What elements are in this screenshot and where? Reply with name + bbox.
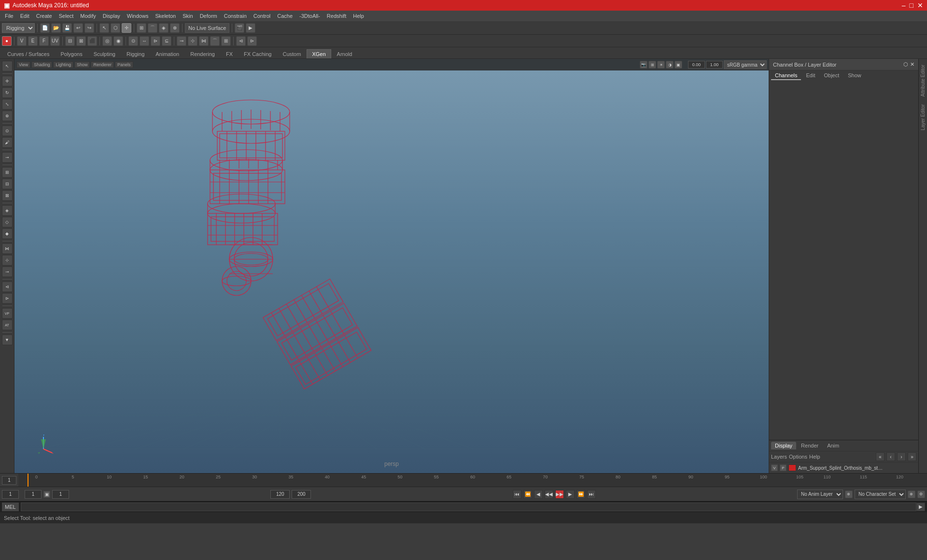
layer-layers-menu[interactable]: Layers (771, 454, 787, 460)
menu-help[interactable]: Help (350, 12, 367, 20)
transform-tool[interactable]: ↖ (2, 61, 13, 71)
cluster-tool[interactable]: ⋈ (199, 36, 209, 46)
layer-prev-btn[interactable]: ‹ (886, 452, 895, 461)
snap-curve[interactable]: ⌒ (148, 23, 157, 33)
tool5[interactable]: ◇ (2, 217, 13, 227)
vertex-mode[interactable]: V (17, 36, 27, 46)
pole-btn[interactable]: ⊳ (247, 36, 257, 46)
snap-surface[interactable]: ⊕ (170, 23, 180, 33)
menu-redshift[interactable]: Redshift (324, 12, 349, 20)
uv-mode[interactable]: UV (50, 36, 60, 46)
vp-shadow[interactable]: ◑ (666, 61, 674, 69)
no-anim-layer-dropdown[interactable]: No Anim Layer (797, 490, 843, 499)
select-tool[interactable]: ↖ (99, 23, 109, 33)
expand-btn[interactable]: ▼ (2, 335, 13, 345)
menu-skin[interactable]: Skin (180, 12, 196, 20)
constraint-btn[interactable]: ⊲ (236, 36, 246, 46)
move-tool-left[interactable]: ✛ (2, 76, 13, 86)
tool11[interactable]: ⊳ (2, 293, 13, 304)
next-key-btn[interactable]: ⏩ (576, 490, 585, 499)
go-end-btn[interactable]: ⏭ (587, 490, 596, 499)
layer-forward-btn[interactable]: » (908, 452, 916, 461)
cb-close-btn[interactable]: ✕ (910, 61, 914, 68)
show-manip[interactable]: ⊸ (2, 152, 13, 163)
render-button[interactable]: ▶ (246, 23, 255, 33)
tool2[interactable]: ⊟ (2, 179, 13, 189)
tool6[interactable]: ◆ (2, 228, 13, 239)
tab-sculpting[interactable]: Sculpting (88, 49, 121, 58)
vp-renderer-menu[interactable]: Renderer (91, 61, 114, 68)
undo-button[interactable]: ↩ (73, 23, 83, 33)
menu-display[interactable]: Display (100, 12, 123, 20)
attribute-editor-tab[interactable]: Attribute Editor (920, 61, 926, 100)
menu-modify[interactable]: Modify (77, 12, 98, 20)
title-bar-controls[interactable]: – □ ✕ (902, 1, 923, 9)
tool8[interactable]: ⊹ (2, 255, 13, 266)
tab-curves-surfaces[interactable]: Curves / Surfaces (2, 49, 55, 58)
gamma-input[interactable] (706, 61, 723, 69)
no-character-set-dropdown[interactable]: No Character Set (855, 490, 906, 499)
exposure-input[interactable] (688, 61, 705, 69)
viewport[interactable]: View Shading Lighting Show Renderer Pane… (14, 59, 769, 473)
layer-editor-tab-side[interactable]: Layer Editor (920, 100, 926, 134)
cmd-execute-btn[interactable]: ▶ (916, 503, 925, 511)
frame-indicator[interactable]: ▣ (43, 491, 50, 498)
redo-button[interactable]: ↪ (84, 23, 94, 33)
layer-help-menu[interactable]: Help (809, 454, 820, 460)
layer-back-btn[interactable]: « (876, 452, 885, 461)
vp-camera[interactable]: 📷 (640, 61, 647, 69)
paint-tool[interactable]: 🖌 (2, 137, 13, 148)
tool9[interactable]: ⊸ (2, 266, 13, 277)
tab-polygons[interactable]: Polygons (55, 49, 87, 58)
render-settings[interactable]: 🎬 (235, 23, 244, 33)
layer-options-menu[interactable]: Options (789, 454, 807, 460)
smooth-btn[interactable]: ⊠ (76, 36, 86, 46)
no-live-surface-button[interactable]: No Live Surface (185, 23, 229, 33)
hide-btn[interactable]: ◎ (102, 36, 112, 46)
cb-tab-edit[interactable]: Edit (802, 71, 819, 80)
start-frame-input[interactable] (2, 490, 19, 499)
vp-lighting-menu[interactable]: Lighting (53, 61, 73, 68)
vp-show-menu[interactable]: Show (74, 61, 90, 68)
step-back-btn[interactable]: ◀ (534, 490, 543, 499)
menu-deform[interactable]: Deform (197, 12, 220, 20)
select-mode[interactable]: ● (2, 36, 12, 46)
face-mode[interactable]: F (39, 36, 49, 46)
cb-float-btn[interactable]: ⬡ (903, 61, 908, 68)
playback-start[interactable] (270, 490, 290, 499)
playback-end[interactable] (292, 490, 311, 499)
cb-tab-channels[interactable]: Channels (771, 71, 801, 80)
anim-layer-icon[interactable]: ⊕ (845, 490, 853, 498)
show-btn[interactable]: ◉ (113, 36, 123, 46)
layer-tab-render[interactable]: Render (797, 442, 822, 449)
frame-input-3[interactable] (52, 490, 69, 499)
group-btn[interactable]: ⊆ (162, 36, 171, 46)
vp-grid[interactable]: ⊞ (648, 61, 656, 69)
tab-arnold[interactable]: Arnold (332, 49, 358, 58)
mode-dropdown[interactable]: Rigging (2, 23, 35, 33)
menu-control[interactable]: Control (251, 12, 273, 20)
open-file-button[interactable]: 📂 (51, 23, 61, 33)
lasso-tool[interactable]: ⬡ (111, 23, 120, 33)
menu-skeleton[interactable]: Skeleton (152, 12, 179, 20)
menu-constrain[interactable]: Constrain (221, 12, 250, 20)
layer-item[interactable]: V P Arm_Support_Splint_Orthosis_mb_stand… (769, 462, 918, 473)
tab-fx[interactable]: FX (221, 49, 238, 58)
tool1[interactable]: ⊞ (2, 167, 13, 178)
menu-select[interactable]: Select (56, 12, 77, 20)
cb-tab-show[interactable]: Show (844, 71, 865, 80)
cmd-language-label[interactable]: MEL (2, 503, 19, 511)
tool4[interactable]: ◈ (2, 205, 13, 216)
time-options-btn[interactable]: ⚙ (917, 490, 925, 498)
step-fwd-btn[interactable]: ▶ (566, 490, 575, 499)
edge-mode[interactable]: E (28, 36, 38, 46)
parent-btn[interactable]: ⊳ (151, 36, 160, 46)
menu-windows[interactable]: Windows (124, 12, 152, 20)
solid-btn[interactable]: ⬛ (87, 36, 97, 46)
minimize-button[interactable]: – (902, 1, 906, 9)
go-start-btn[interactable]: ⏮ (513, 490, 521, 499)
tool7[interactable]: ⋈ (2, 243, 13, 254)
snap-point[interactable]: ◈ (159, 23, 169, 33)
tool10[interactable]: ⊲ (2, 281, 13, 292)
tab-rigging[interactable]: Rigging (121, 49, 150, 58)
